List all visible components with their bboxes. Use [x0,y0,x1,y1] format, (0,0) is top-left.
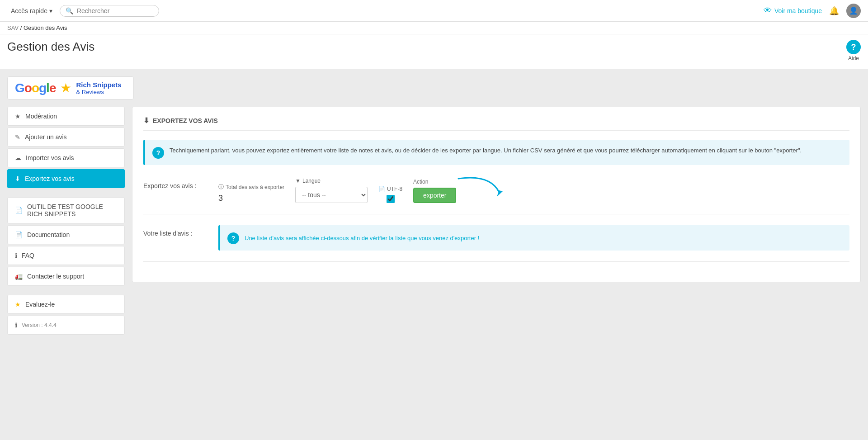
avis-form-content: ? Une liste d'avis sera affichée ci-dess… [218,225,849,251]
sidebar-item-version: ℹ Version : 4.4.4 [7,316,125,335]
notification-bell-icon[interactable]: 🔔 [829,6,839,16]
sidebar-item-ajouter[interactable]: ✎ Ajouter un avis [7,128,125,147]
sidebar-item-documentation[interactable]: 📄 Documentation [7,225,125,244]
acces-rapide-button[interactable]: Accès rapide ▾ [7,5,56,16]
voir-boutique-link[interactable]: 👁 Voir ma boutique [764,6,822,15]
sidebar-item-outil[interactable]: 📄 OUTIL DE TEST GOOGLE RICH SNIPPETS [7,197,125,223]
info-box-text: Techniquement parlant, vous pouvez expor… [170,146,802,155]
upload-icon: ☁ [15,154,21,161]
section-title-text: EXPORTEZ VOS AVIS [153,117,218,124]
info-box: ? Techniquement parlant, vous pouvez exp… [143,140,849,165]
topnav: Accès rapide ▾ 🔍 👁 Voir ma boutique 🔔 👤 [0,0,868,22]
sidebar-item-evaluate-label: Evaluez-le [25,301,55,308]
content-wrapper: ★ Modération ✎ Ajouter un avis ☁ Importe… [0,107,868,440]
arrow-annotation [454,174,508,201]
sidebar-item-importer[interactable]: ☁ Importer vos avis [7,148,125,167]
export-title-icon: ⬇ [143,116,149,125]
langue-col: ▼ Langue -- tous -- Français English Esp… [295,178,368,203]
separator-1 [143,214,849,214]
total-header: ⓘ ⓘ Total des avis à exporter Total des … [218,183,284,191]
exporter-button[interactable]: exporter [413,188,456,203]
sidebar-item-support[interactable]: 🚛 Contacter le support [7,267,125,286]
aide-label: Aide [848,55,859,62]
google-logo-text: Google [15,81,56,95]
export-form-label: Exportez vos avis : [143,178,211,189]
utf8-label-text: UTF-8 [387,186,402,192]
version-icon: ℹ [15,322,17,329]
info-icon: ℹ [15,252,17,259]
pencil-icon: ✎ [15,133,20,141]
file-icon: 📄 [15,207,23,214]
breadcrumb-current: Gestion des Avis [24,24,67,31]
info-box-icon: ? [152,147,164,159]
total-label-text: Total des avis à exporter [226,184,284,190]
aide-circle-icon: ? [846,40,861,54]
langue-select[interactable]: -- tous -- Français English Español [295,187,368,203]
search-box: 🔍 [60,5,159,17]
export-form-content: ⓘ ⓘ Total des avis à exporter Total des … [218,178,849,203]
sidebar-divider-2 [7,288,125,293]
download-icon: ⬇ [15,175,20,182]
topnav-right: 👁 Voir ma boutique 🔔 👤 [764,4,861,18]
utf8-header: 📄 UTF-8 [378,186,402,192]
logo-area: Google ★ Rich Snippets & Reviews [0,69,868,107]
breadcrumb-parent[interactable]: SAV [7,24,19,31]
section-title: ⬇ EXPORTEZ VOS AVIS [143,116,849,131]
total-col: ⓘ ⓘ Total des avis à exporter Total des … [218,183,284,203]
action-col: Action exporter [413,179,456,203]
aide-button[interactable]: ? Aide [846,40,861,62]
sidebar-item-exporter-label: Exportez vos avis [25,175,75,182]
sidebar-item-documentation-label: Documentation [27,231,70,238]
sidebar-item-moderation[interactable]: ★ Modération [7,107,125,126]
avis-info-text: Une liste d'avis sera affichée ci-dessou… [245,235,479,241]
utf8-checkbox[interactable] [387,195,395,203]
export-btn-wrapper: exporter [413,188,456,203]
avis-form-row: Votre liste d'avis : ? Une liste d'avis … [143,225,849,251]
export-form-row: Exportez vos avis : ⓘ ⓘ Total des avis à… [143,178,849,203]
page-header: Gestion des Avis ? Aide [0,34,868,69]
sidebar-item-ajouter-label: Ajouter un avis [25,133,67,141]
total-value: 3 [218,194,284,203]
sidebar-item-faq-label: FAQ [22,252,34,259]
sidebar: ★ Modération ✎ Ajouter un avis ☁ Importe… [7,107,125,335]
svg-marker-0 [497,190,503,197]
export-columns: ⓘ ⓘ Total des avis à exporter Total des … [218,178,849,203]
avis-form-label: Votre liste d'avis : [143,225,211,237]
page-title: Gestion des Avis [7,40,94,54]
search-icon: 🔍 [66,7,73,14]
rich-snippets-text: Rich Snippets & Reviews [76,81,121,95]
topnav-left: Accès rapide ▾ 🔍 [7,5,758,17]
sidebar-item-outil-label: OUTIL DE TEST GOOGLE RICH SNIPPETS [27,203,117,218]
action-header: Action [413,179,456,185]
main-layout: ★ Modération ✎ Ajouter un avis ☁ Importe… [0,107,868,440]
logo-box: Google ★ Rich Snippets & Reviews [7,76,134,99]
sidebar-item-moderation-label: Modération [25,113,57,120]
sidebar-item-support-label: Contacter le support [27,273,84,280]
sidebar-item-evaluate[interactable]: ★ Evaluez-le [7,295,125,314]
avis-info-icon: ? [227,232,239,244]
rich-snippets-line2: & Reviews [76,89,121,95]
avis-info-box: ? Une liste d'avis sera affichée ci-dess… [218,225,849,251]
rich-snippets-line1: Rich Snippets [76,81,121,89]
acces-rapide-label: Accès rapide [11,7,47,14]
separator-2 [143,261,849,262]
eye-icon: 👁 [764,6,772,15]
sidebar-divider-1 [7,190,125,195]
info-circle-icon: ⓘ [218,183,224,191]
filter-icon: ▼ [295,178,301,184]
voir-boutique-label: Voir ma boutique [774,7,822,14]
user-avatar[interactable]: 👤 [846,4,861,18]
aide-question-mark: ? [851,43,856,52]
sidebar-item-exporter[interactable]: ⬇ Exportez vos avis [7,169,125,188]
star-icon: ★ [15,113,21,120]
main-content: ⬇ EXPORTEZ VOS AVIS ? Techniquement parl… [132,107,861,282]
evaluate-star-icon: ★ [15,301,21,308]
langue-label-text: Langue [302,178,321,184]
chevron-down-icon: ▾ [49,7,52,14]
star-icon: ★ [60,80,71,95]
support-icon: 🚛 [15,273,23,280]
utf8-col: 📄 UTF-8 [378,186,402,203]
search-input[interactable] [77,7,149,14]
sidebar-item-faq[interactable]: ℹ FAQ [7,246,125,265]
doc-icon: 📄 [15,231,23,238]
